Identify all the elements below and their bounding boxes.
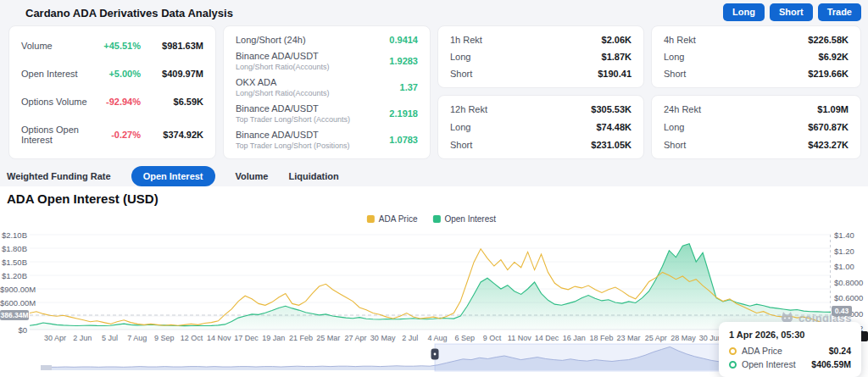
stat-label: Options Volume [21,97,88,107]
ratio-label: Binance ADA/USDT [236,130,374,140]
left-axis-tick: $1.50B [0,258,27,267]
stats-card: Volume+45.51%$981.63MOpen Interest+5.00%… [8,25,216,159]
ratio-value: 1.37 [374,82,418,92]
rekt-row: Short$231.05K [450,140,632,150]
rekt-row: 12h Rekt$305.53K [450,104,632,114]
rekt-value: $670.87K [786,122,849,132]
chart-panel: ADA Open Interest (USD) ADA PriceOpen In… [0,186,868,377]
page-title: Cardano ADA Derivatives Data Analysis [25,7,233,19]
navigator-left-mask [41,365,52,370]
stat-row: Open Interest+5.00%$409.97M [21,69,203,79]
tab-liquidation[interactable]: Liquidation [288,171,338,181]
tooltip-row: Open Interest$406.59M [729,359,851,369]
rekt-value: $219.66K [786,69,849,79]
rekt-row: 4h Rekt$226.58K [664,35,849,45]
stat-percent: +5.00% [88,69,141,79]
rekt-card-4h: 4h Rekt$226.58KLong$6.92KShort$219.66K [651,25,861,88]
x-axis-label: 30 Apr [44,334,66,342]
ratio-row: Long/Short (24h)0.9414 [236,35,418,45]
tab-open-interest[interactable]: Open Interest [131,166,215,186]
x-axis-label: 27 Apr [344,334,366,342]
ratio-value: 2.1918 [374,108,418,119]
rekt-row: Short$190.41 [450,69,632,79]
rekt-value: $231.05K [569,140,632,150]
open-interest-area [30,244,831,330]
x-axis-label: 6 Sep [455,334,476,342]
rekt-label: 4h Rekt [664,35,786,45]
rekt-value: $1.87K [569,52,632,62]
stat-label: Open Interest [21,69,88,79]
stat-percent: -0.27% [88,130,141,140]
trade-action-button-trade[interactable]: Trade [818,3,861,21]
rekt-label: Short [664,69,786,79]
header-actions: LongShortTrade [723,3,861,21]
ratio-value: 1.0783 [374,135,418,145]
x-axis-label: 9 Oct [483,334,502,342]
ratio-label: Long/Short (24h) [236,35,374,45]
stat-value: $6.59K [141,97,203,107]
x-axis-label: 11 Nov [508,334,531,342]
x-axis-label: 23 Mar [617,334,641,342]
stat-row: Options Open Interest-0.27%$374.92K [21,125,203,145]
x-axis-label: 12 Oct [181,334,203,342]
stat-value: $374.92K [141,130,203,140]
left-axis-tick: $2.10B [0,230,27,240]
tooltip-series-label: Open Interest [742,359,796,369]
tooltip-series-dot [729,361,737,369]
x-axis-label: 7 Aug [127,334,147,342]
stat-value: $981.63M [141,41,203,51]
ratio-label: Binance ADA/USDT [236,51,374,61]
rekt-label: 24h Rekt [664,104,786,114]
rekt-card-1h: 1h Rekt$2.06KLong$1.87KShort$190.41 [437,25,644,88]
rekt-value: $74.48K [569,122,632,132]
x-axis-label: 19 Jan [262,334,285,342]
rekt-value: $423.27K [786,140,849,150]
tab-volume[interactable]: Volume [236,171,269,181]
ratio-row: Binance ADA/USDTLong/Short Ratio(Account… [236,51,418,71]
ratio-sublabel: Top Trader Long/Short (Positions) [236,141,374,150]
rekt-label: Long [664,122,786,132]
right-axis-tick: $1.00 [834,262,854,271]
left-axis-tick: $1.20B [0,271,27,280]
tooltip-series-value: $0.24 [829,346,851,356]
rekt-card-24h: 24h Rekt$1.09MLong$670.87KShort$423.27K [651,95,861,159]
ratio-row: Binance ADA/USDTTop Trader Long/Short (A… [236,103,418,124]
x-axis-label: 4 Aug [428,334,448,342]
derivatives-dashboard: Cardano ADA Derivatives Data Analysis Lo… [0,0,868,377]
oi-current-badge: 386.34M [0,310,29,320]
x-axis-label: 9 Sep [154,334,175,342]
rekt-label: 1h Rekt [450,35,569,45]
left-axis-tick: $900.00M [0,285,27,294]
stat-label: Volume [21,41,88,51]
stat-row: Options Volume-92.94%$6.59K [21,97,203,107]
left-axis-tick: $600.00M [0,298,27,308]
tooltip-row: ADA Price$0.24 [729,346,851,356]
rekt-card-12h: 12h Rekt$305.53KLong$74.48KShort$231.05K [437,95,644,159]
stat-percent: +45.51% [88,41,141,51]
left-axis-tick: $1.80B [0,244,27,253]
tab-weighted-funding-rate[interactable]: Weighted Funding Rate [7,171,111,181]
x-axis-label: 28 May [670,334,696,342]
rekt-row: Long$1.87K [450,52,632,62]
rekt-label: Short [664,140,786,150]
price-current-badge: 0.43 [832,306,852,316]
ratio-row: Binance ADA/USDTTop Trader Long/Short (P… [236,130,418,150]
x-axis-label: 2 Jun [73,334,92,342]
x-axis-label: 5 Jul [102,334,118,342]
rekt-row: 24h Rekt$1.09M [664,104,849,114]
rekt-row: Long$6.92K [664,52,849,62]
trade-action-button-long[interactable]: Long [723,3,765,21]
left-axis-tick: $0 [0,325,27,335]
tooltip-series-dot [729,347,737,355]
trade-action-button-short[interactable]: Short [770,3,813,21]
tooltip-series-value: $406.59M [811,359,851,369]
longshort-ratio-card: Long/Short (24h)0.9414Binance ADA/USDTLo… [223,25,431,159]
x-axis-label: 2 Jul [402,334,418,342]
rekt-label: Long [664,52,786,62]
handle-dot [434,353,437,356]
rekt-label: 12h Rekt [450,104,569,114]
stat-row: Volume+45.51%$981.63M [21,41,203,51]
x-axis-label: 16 Jan [563,334,586,342]
rekt-value: $226.58K [786,35,849,45]
right-axis-tick: $0.8000 [834,278,863,287]
